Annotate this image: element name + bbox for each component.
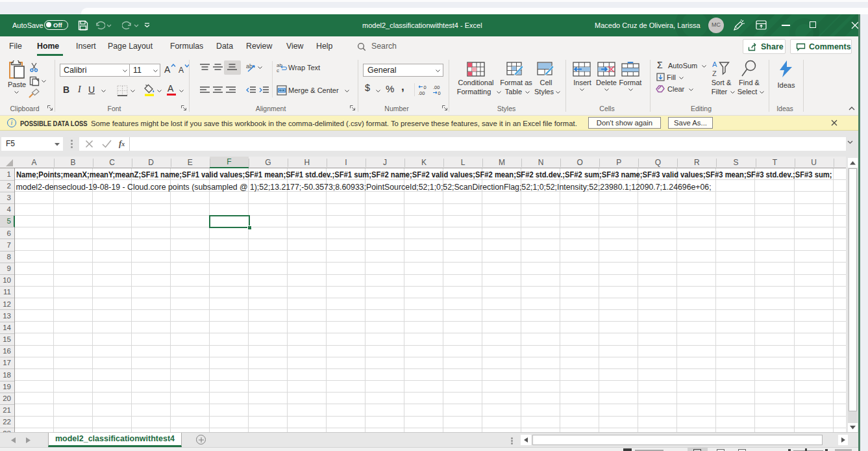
svg-text:A: A xyxy=(712,60,717,68)
svg-text:.00: .00 xyxy=(418,90,425,96)
svg-text:Z: Z xyxy=(712,70,717,77)
svg-text:c: c xyxy=(277,68,279,73)
svg-text:0: 0 xyxy=(438,90,441,96)
